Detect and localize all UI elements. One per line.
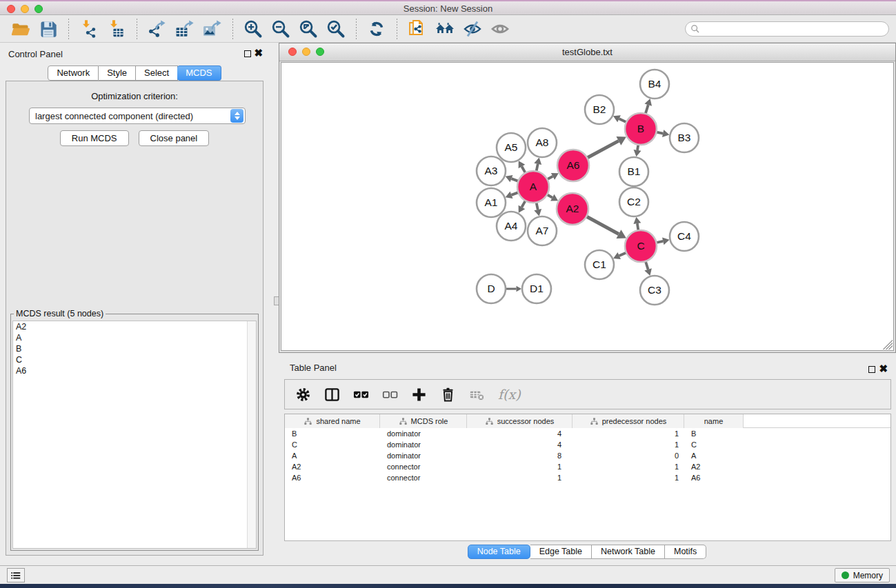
edge-A2-C[interactable] — [586, 216, 619, 234]
tab-node-table[interactable]: Node Table — [468, 545, 530, 559]
export-network-icon[interactable] — [148, 19, 167, 39]
node-C3[interactable]: C3 — [640, 276, 669, 305]
table-cell[interactable]: C — [285, 439, 380, 450]
node-A7[interactable]: A7 — [528, 216, 557, 245]
edge-A-A6[interactable] — [547, 176, 552, 179]
table-cell[interactable]: 1 — [573, 428, 684, 439]
open-session-icon[interactable] — [11, 19, 30, 39]
table-row[interactable]: A6connector11A6 — [285, 472, 890, 483]
node-A4[interactable]: A4 — [497, 212, 526, 241]
table-cell[interactable]: A6 — [285, 472, 380, 483]
table-cell[interactable]: 1 — [467, 472, 573, 483]
settings-icon[interactable] — [295, 387, 311, 403]
add-row-icon[interactable] — [411, 387, 427, 403]
table-cell[interactable]: 8 — [467, 450, 573, 461]
column-header-predecessor-nodes[interactable]: predecessor nodes — [573, 414, 684, 428]
table-cell[interactable]: 1 — [573, 461, 684, 472]
function-builder-icon[interactable]: f(x) — [498, 387, 521, 402]
table-cell[interactable]: 1 — [573, 472, 684, 483]
node-table[interactable]: shared nameMCDS rolesuccessor nodesprede… — [284, 414, 891, 541]
import-network-icon[interactable] — [79, 19, 99, 39]
table-cell[interactable]: A2 — [684, 461, 744, 472]
mcds-result-item[interactable]: A6 — [13, 365, 256, 376]
mcds-result-item[interactable]: C — [13, 354, 256, 365]
zoom-in-icon[interactable] — [243, 19, 263, 39]
export-image-icon[interactable] — [203, 19, 222, 39]
table-cell[interactable]: 1 — [573, 439, 684, 450]
table-cell[interactable]: 4 — [467, 428, 573, 439]
delete-row-icon[interactable] — [440, 387, 456, 403]
edge-A-A2[interactable] — [547, 194, 552, 197]
tab-network-table[interactable]: Network Table — [592, 545, 665, 559]
table-cell[interactable]: connector — [380, 461, 467, 472]
edge-C-C3[interactable] — [646, 261, 648, 270]
node-D1[interactable]: D1 — [522, 274, 551, 303]
tab-motifs[interactable]: Motifs — [665, 545, 706, 559]
node-A5[interactable]: A5 — [497, 133, 526, 162]
column-header-successor-nodes[interactable]: successor nodes — [467, 414, 573, 428]
float-table-panel-icon[interactable] — [868, 366, 875, 373]
node-B[interactable]: B — [625, 113, 657, 145]
edge-B-B2[interactable] — [619, 119, 627, 122]
close-panel-icon[interactable]: ✖ — [254, 46, 263, 60]
edge-A-A1[interactable] — [511, 192, 518, 195]
select-all-icon[interactable] — [353, 387, 369, 403]
edge-B-B4[interactable] — [646, 105, 648, 114]
mcds-result-item[interactable]: B — [13, 343, 256, 354]
search-box[interactable] — [685, 21, 889, 37]
zoom-out-icon[interactable] — [271, 19, 290, 39]
edge-A-A8[interactable] — [537, 164, 538, 172]
close-panel-button[interactable]: Close panel — [139, 130, 210, 146]
table-cell[interactable]: 4 — [467, 439, 573, 450]
mcds-result-item[interactable]: A — [13, 332, 256, 343]
search-input[interactable] — [701, 23, 888, 35]
tab-mcds[interactable]: MCDS — [177, 65, 221, 81]
node-A8[interactable]: A8 — [528, 128, 557, 157]
table-cell[interactable]: 0 — [573, 450, 684, 461]
table-cell[interactable]: 1 — [467, 461, 573, 472]
table-cell[interactable]: dominator — [380, 450, 467, 461]
float-panel-icon[interactable] — [244, 50, 251, 57]
result-scrollbar[interactable] — [247, 321, 256, 548]
task-history-button[interactable] — [7, 568, 25, 582]
edge-A6-B[interactable] — [587, 141, 619, 158]
node-C1[interactable]: C1 — [585, 250, 614, 279]
mcds-result-list[interactable]: A2ABCA6 — [12, 321, 257, 549]
zoom-selected-icon[interactable] — [326, 19, 346, 39]
resize-grip[interactable] — [883, 340, 893, 349]
table-cell[interactable]: dominator — [380, 439, 467, 450]
node-A3[interactable]: A3 — [477, 156, 506, 185]
deselect-all-icon[interactable] — [382, 387, 398, 403]
table-cell[interactable]: A2 — [285, 461, 380, 472]
memory-button[interactable]: Memory — [835, 568, 890, 582]
table-cell[interactable]: B — [285, 428, 380, 439]
network-window-titlebar[interactable]: testGlobe.txt — [279, 43, 895, 61]
table-cell[interactable]: B — [684, 428, 744, 439]
column-header-MCDS-role[interactable]: MCDS role — [380, 414, 467, 428]
eye-slash-icon[interactable] — [463, 19, 482, 39]
node-C2[interactable]: C2 — [619, 187, 648, 216]
node-A6[interactable]: A6 — [557, 150, 589, 181]
mcds-result-item[interactable]: A2 — [13, 321, 256, 332]
node-B4[interactable]: B4 — [640, 70, 669, 99]
network-document-icon[interactable] — [408, 19, 427, 39]
node-C[interactable]: C — [625, 230, 657, 262]
tab-select[interactable]: Select — [136, 65, 178, 81]
import-table-icon[interactable] — [107, 19, 126, 39]
edge-A-A7[interactable] — [537, 203, 538, 210]
tab-style[interactable]: Style — [99, 65, 136, 81]
edge-C-C1[interactable] — [619, 252, 626, 256]
node-B3[interactable]: B3 — [670, 123, 699, 152]
table-cell[interactable]: C — [684, 439, 744, 450]
edge-A-A3[interactable] — [511, 179, 518, 181]
close-table-panel-icon[interactable]: ✖ — [879, 362, 888, 376]
export-table-icon[interactable] — [175, 19, 195, 39]
save-session-icon[interactable] — [39, 19, 58, 39]
edge-C-C2[interactable] — [637, 223, 639, 230]
table-row[interactable]: A2connector11A2 — [285, 461, 890, 472]
table-cell[interactable]: A6 — [684, 472, 744, 483]
node-A2[interactable]: A2 — [557, 193, 588, 225]
network-canvas[interactable]: B4B2BB3A5A8A6B1A3AC2A1A2A4A7C4CC1DD1C3 — [281, 62, 894, 351]
table-cell[interactable]: connector — [380, 472, 467, 483]
refresh-icon[interactable] — [367, 19, 386, 39]
